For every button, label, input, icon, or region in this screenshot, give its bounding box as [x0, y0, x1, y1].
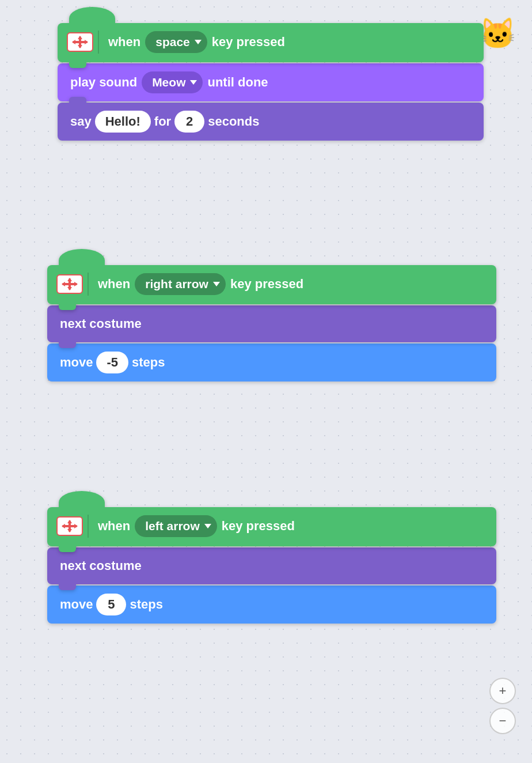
hat-divider-1: [98, 31, 99, 54]
move-label-3: move: [60, 597, 93, 612]
svg-marker-11: [74, 282, 78, 286]
zoom-out-button[interactable]: −: [489, 708, 516, 734]
say-message-input[interactable]: Hello!: [95, 111, 151, 133]
move-block-2[interactable]: move -5 steps: [47, 343, 496, 381]
key-pressed-label-1: key pressed: [212, 35, 285, 50]
svg-marker-8: [67, 278, 72, 281]
say-label: say: [70, 114, 92, 129]
hat-block-space[interactable]: when space key pressed: [58, 23, 484, 62]
zoom-in-button[interactable]: +: [489, 678, 516, 704]
next-costume-block-3[interactable]: next costume: [47, 547, 496, 584]
dropdown-arrow-2: [213, 282, 220, 286]
move-icon-2: [56, 274, 83, 294]
hat-block-left-arrow[interactable]: when left arrow key pressed: [47, 507, 496, 546]
key-dropdown-1[interactable]: space: [145, 31, 207, 53]
hat-block-right-arrow[interactable]: when right arrow key pressed: [47, 265, 496, 304]
dropdown-arrow-1: [195, 40, 202, 44]
svg-marker-15: [67, 529, 72, 532]
sound-dropdown[interactable]: Meow: [142, 71, 203, 93]
svg-marker-5: [85, 40, 88, 44]
seconds-label: seconds: [208, 114, 259, 129]
dropdown-arrow-3: [204, 524, 211, 528]
block-group-2: when right arrow key pressed next costum…: [47, 265, 496, 381]
svg-marker-16: [62, 524, 65, 528]
move-block-3[interactable]: move 5 steps: [47, 586, 496, 624]
svg-marker-9: [67, 287, 72, 290]
next-costume-label-2: next costume: [60, 316, 142, 331]
block-group-3: when left arrow key pressed next costume…: [47, 507, 496, 624]
key-dropdown-3[interactable]: left arrow: [135, 515, 217, 537]
move-steps-input-3[interactable]: 5: [96, 594, 126, 615]
for-label: for: [154, 114, 171, 129]
svg-marker-17: [74, 524, 78, 528]
hat-divider-2: [88, 273, 89, 296]
svg-marker-4: [72, 40, 75, 44]
until-done-label: until done: [207, 75, 268, 90]
when-label-1: when: [108, 35, 140, 50]
svg-marker-2: [78, 36, 82, 39]
svg-marker-10: [62, 282, 65, 286]
scratch-canvas: 🐱 when space key pressed: [0, 0, 532, 763]
steps-label-2: steps: [132, 355, 165, 370]
hat-divider-3: [88, 515, 89, 538]
dropdown-arrow-sound: [190, 80, 197, 85]
zoom-controls: + −: [489, 678, 516, 734]
key-pressed-label-2: key pressed: [230, 277, 303, 292]
block-group-1: when space key pressed play sound Meow u…: [58, 23, 484, 141]
scratch-cat-mascot: 🐱: [479, 18, 516, 55]
when-label-2: when: [98, 277, 130, 292]
steps-label-3: steps: [130, 597, 162, 612]
say-duration-input[interactable]: 2: [174, 111, 204, 133]
play-sound-label: play sound: [70, 75, 137, 90]
move-icon-3: [56, 516, 83, 536]
svg-marker-3: [78, 45, 82, 48]
play-sound-block[interactable]: play sound Meow until done: [58, 63, 484, 101]
when-label-3: when: [98, 519, 130, 534]
move-label-2: move: [60, 355, 93, 370]
move-icon: [67, 32, 93, 52]
svg-marker-14: [67, 520, 72, 523]
key-dropdown-2[interactable]: right arrow: [135, 273, 226, 295]
next-costume-block-2[interactable]: next costume: [47, 305, 496, 342]
next-costume-label-3: next costume: [60, 558, 142, 573]
move-steps-input-2[interactable]: -5: [96, 352, 128, 373]
say-block[interactable]: say Hello! for 2 seconds: [58, 103, 484, 141]
key-pressed-label-3: key pressed: [222, 519, 295, 534]
